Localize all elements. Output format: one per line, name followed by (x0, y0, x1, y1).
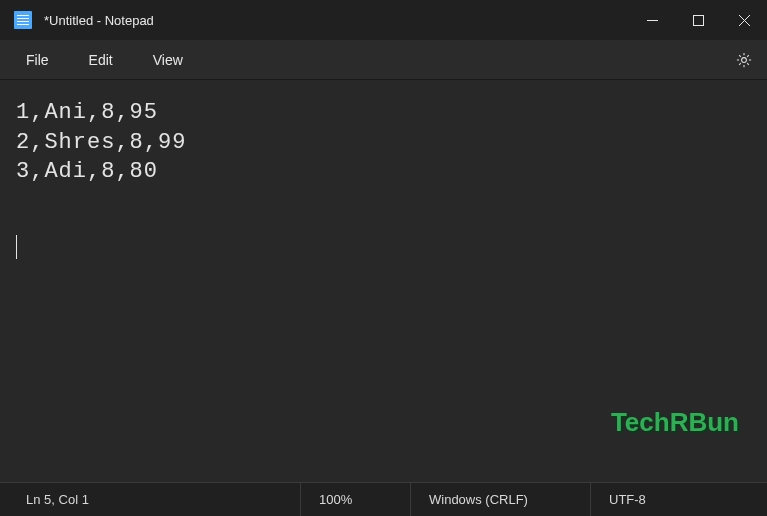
svg-point-4 (742, 57, 747, 62)
gear-icon (735, 51, 753, 69)
menu-edit[interactable]: Edit (79, 46, 123, 74)
status-encoding: UTF-8 (590, 483, 767, 516)
status-line-endings: Windows (CRLF) (410, 483, 590, 516)
maximize-button[interactable] (675, 0, 721, 40)
window-controls (629, 0, 767, 40)
maximize-icon (693, 15, 704, 26)
text-caret (16, 235, 17, 259)
menu-view[interactable]: View (143, 46, 193, 74)
editor-line: 2,Shres,8,99 (16, 130, 186, 155)
notepad-app-icon (14, 11, 32, 29)
menu-file[interactable]: File (16, 46, 59, 74)
titlebar[interactable]: *Untitled - Notepad (0, 0, 767, 40)
close-button[interactable] (721, 0, 767, 40)
editor-line: 1,Ani,8,95 (16, 100, 158, 125)
status-cursor-position: Ln 5, Col 1 (0, 483, 300, 516)
minimize-button[interactable] (629, 0, 675, 40)
close-icon (739, 15, 750, 26)
window-title: *Untitled - Notepad (44, 13, 154, 28)
editor-line: 3,Adi,8,80 (16, 159, 158, 184)
statusbar: Ln 5, Col 1 100% Windows (CRLF) UTF-8 (0, 482, 767, 516)
svg-rect-1 (693, 15, 703, 25)
notepad-window: *Untitled - Notepad File Edit View 1,A (0, 0, 767, 516)
status-zoom[interactable]: 100% (300, 483, 410, 516)
settings-button[interactable] (727, 43, 761, 77)
menubar: File Edit View (0, 40, 767, 80)
minimize-icon (647, 15, 658, 26)
text-editor[interactable]: 1,Ani,8,95 2,Shres,8,99 3,Adi,8,80 TechR… (0, 80, 767, 482)
watermark-text: TechRBun (611, 405, 739, 440)
